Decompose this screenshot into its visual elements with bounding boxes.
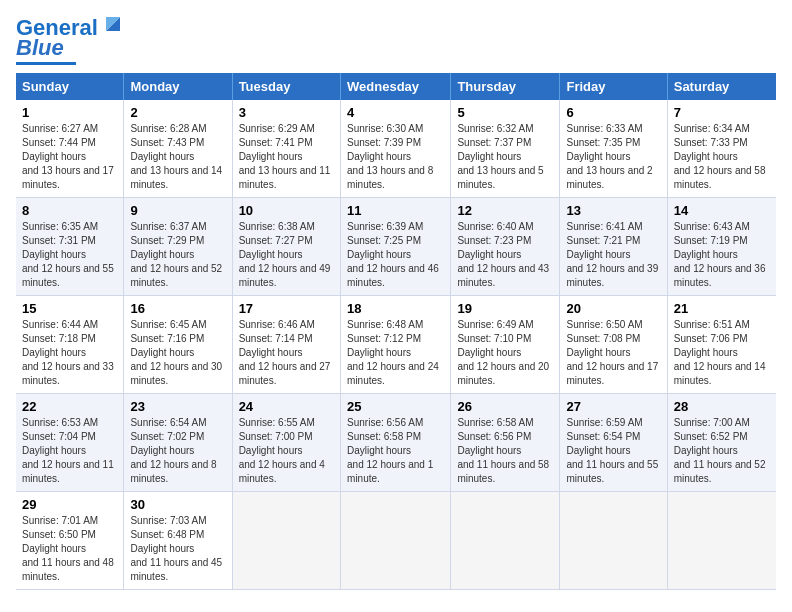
day-info: Sunrise: 6:34 AM Sunset: 7:33 PM Dayligh… bbox=[674, 122, 770, 192]
day-cell: 2 Sunrise: 6:28 AM Sunset: 7:43 PM Dayli… bbox=[124, 100, 232, 198]
day-number: 1 bbox=[22, 105, 117, 120]
day-info: Sunrise: 6:45 AM Sunset: 7:16 PM Dayligh… bbox=[130, 318, 225, 388]
column-header-tuesday: Tuesday bbox=[232, 73, 340, 100]
day-cell: 22 Sunrise: 6:53 AM Sunset: 7:04 PM Dayl… bbox=[16, 394, 124, 492]
day-info: Sunrise: 6:53 AM Sunset: 7:04 PM Dayligh… bbox=[22, 416, 117, 486]
day-cell bbox=[560, 492, 667, 590]
day-cell: 24 Sunrise: 6:55 AM Sunset: 7:00 PM Dayl… bbox=[232, 394, 340, 492]
day-number: 27 bbox=[566, 399, 660, 414]
column-header-sunday: Sunday bbox=[16, 73, 124, 100]
day-cell bbox=[451, 492, 560, 590]
day-cell: 11 Sunrise: 6:39 AM Sunset: 7:25 PM Dayl… bbox=[341, 198, 451, 296]
logo: General Blue bbox=[16, 16, 124, 65]
day-cell: 12 Sunrise: 6:40 AM Sunset: 7:23 PM Dayl… bbox=[451, 198, 560, 296]
day-number: 21 bbox=[674, 301, 770, 316]
day-number: 25 bbox=[347, 399, 444, 414]
week-row-5: 29 Sunrise: 7:01 AM Sunset: 6:50 PM Dayl… bbox=[16, 492, 776, 590]
day-number: 23 bbox=[130, 399, 225, 414]
day-info: Sunrise: 6:59 AM Sunset: 6:54 PM Dayligh… bbox=[566, 416, 660, 486]
day-info: Sunrise: 7:03 AM Sunset: 6:48 PM Dayligh… bbox=[130, 514, 225, 584]
day-cell: 17 Sunrise: 6:46 AM Sunset: 7:14 PM Dayl… bbox=[232, 296, 340, 394]
day-info: Sunrise: 7:00 AM Sunset: 6:52 PM Dayligh… bbox=[674, 416, 770, 486]
day-cell: 14 Sunrise: 6:43 AM Sunset: 7:19 PM Dayl… bbox=[667, 198, 776, 296]
day-info: Sunrise: 6:50 AM Sunset: 7:08 PM Dayligh… bbox=[566, 318, 660, 388]
logo-line bbox=[16, 62, 76, 65]
day-cell: 10 Sunrise: 6:38 AM Sunset: 7:27 PM Dayl… bbox=[232, 198, 340, 296]
day-number: 2 bbox=[130, 105, 225, 120]
day-number: 6 bbox=[566, 105, 660, 120]
day-info: Sunrise: 6:30 AM Sunset: 7:39 PM Dayligh… bbox=[347, 122, 444, 192]
calendar-table: SundayMondayTuesdayWednesdayThursdayFrid… bbox=[16, 73, 776, 590]
day-info: Sunrise: 6:27 AM Sunset: 7:44 PM Dayligh… bbox=[22, 122, 117, 192]
day-info: Sunrise: 6:56 AM Sunset: 6:58 PM Dayligh… bbox=[347, 416, 444, 486]
day-cell: 30 Sunrise: 7:03 AM Sunset: 6:48 PM Dayl… bbox=[124, 492, 232, 590]
column-header-thursday: Thursday bbox=[451, 73, 560, 100]
day-number: 26 bbox=[457, 399, 553, 414]
day-info: Sunrise: 6:41 AM Sunset: 7:21 PM Dayligh… bbox=[566, 220, 660, 290]
day-info: Sunrise: 6:44 AM Sunset: 7:18 PM Dayligh… bbox=[22, 318, 117, 388]
day-number: 13 bbox=[566, 203, 660, 218]
day-info: Sunrise: 6:32 AM Sunset: 7:37 PM Dayligh… bbox=[457, 122, 553, 192]
day-cell: 27 Sunrise: 6:59 AM Sunset: 6:54 PM Dayl… bbox=[560, 394, 667, 492]
day-number: 14 bbox=[674, 203, 770, 218]
day-info: Sunrise: 6:51 AM Sunset: 7:06 PM Dayligh… bbox=[674, 318, 770, 388]
day-cell: 7 Sunrise: 6:34 AM Sunset: 7:33 PM Dayli… bbox=[667, 100, 776, 198]
day-number: 29 bbox=[22, 497, 117, 512]
day-cell: 25 Sunrise: 6:56 AM Sunset: 6:58 PM Dayl… bbox=[341, 394, 451, 492]
day-number: 30 bbox=[130, 497, 225, 512]
day-cell: 8 Sunrise: 6:35 AM Sunset: 7:31 PM Dayli… bbox=[16, 198, 124, 296]
day-number: 7 bbox=[674, 105, 770, 120]
day-cell: 18 Sunrise: 6:48 AM Sunset: 7:12 PM Dayl… bbox=[341, 296, 451, 394]
day-info: Sunrise: 6:40 AM Sunset: 7:23 PM Dayligh… bbox=[457, 220, 553, 290]
day-number: 10 bbox=[239, 203, 334, 218]
day-cell: 21 Sunrise: 6:51 AM Sunset: 7:06 PM Dayl… bbox=[667, 296, 776, 394]
day-cell: 19 Sunrise: 6:49 AM Sunset: 7:10 PM Dayl… bbox=[451, 296, 560, 394]
week-row-2: 8 Sunrise: 6:35 AM Sunset: 7:31 PM Dayli… bbox=[16, 198, 776, 296]
day-info: Sunrise: 6:33 AM Sunset: 7:35 PM Dayligh… bbox=[566, 122, 660, 192]
logo-blue-text: Blue bbox=[16, 36, 64, 60]
page-header: General Blue bbox=[16, 16, 776, 65]
day-cell: 15 Sunrise: 6:44 AM Sunset: 7:18 PM Dayl… bbox=[16, 296, 124, 394]
day-cell bbox=[232, 492, 340, 590]
day-cell: 9 Sunrise: 6:37 AM Sunset: 7:29 PM Dayli… bbox=[124, 198, 232, 296]
column-header-friday: Friday bbox=[560, 73, 667, 100]
day-cell: 20 Sunrise: 6:50 AM Sunset: 7:08 PM Dayl… bbox=[560, 296, 667, 394]
day-number: 16 bbox=[130, 301, 225, 316]
day-info: Sunrise: 6:29 AM Sunset: 7:41 PM Dayligh… bbox=[239, 122, 334, 192]
day-info: Sunrise: 6:46 AM Sunset: 7:14 PM Dayligh… bbox=[239, 318, 334, 388]
day-number: 20 bbox=[566, 301, 660, 316]
day-number: 12 bbox=[457, 203, 553, 218]
day-cell: 4 Sunrise: 6:30 AM Sunset: 7:39 PM Dayli… bbox=[341, 100, 451, 198]
day-cell: 16 Sunrise: 6:45 AM Sunset: 7:16 PM Dayl… bbox=[124, 296, 232, 394]
day-cell: 26 Sunrise: 6:58 AM Sunset: 6:56 PM Dayl… bbox=[451, 394, 560, 492]
day-info: Sunrise: 6:55 AM Sunset: 7:00 PM Dayligh… bbox=[239, 416, 334, 486]
day-info: Sunrise: 7:01 AM Sunset: 6:50 PM Dayligh… bbox=[22, 514, 117, 584]
header-row: SundayMondayTuesdayWednesdayThursdayFrid… bbox=[16, 73, 776, 100]
day-info: Sunrise: 6:48 AM Sunset: 7:12 PM Dayligh… bbox=[347, 318, 444, 388]
day-number: 18 bbox=[347, 301, 444, 316]
day-cell: 28 Sunrise: 7:00 AM Sunset: 6:52 PM Dayl… bbox=[667, 394, 776, 492]
day-cell: 1 Sunrise: 6:27 AM Sunset: 7:44 PM Dayli… bbox=[16, 100, 124, 198]
day-cell: 5 Sunrise: 6:32 AM Sunset: 7:37 PM Dayli… bbox=[451, 100, 560, 198]
day-info: Sunrise: 6:58 AM Sunset: 6:56 PM Dayligh… bbox=[457, 416, 553, 486]
day-cell: 13 Sunrise: 6:41 AM Sunset: 7:21 PM Dayl… bbox=[560, 198, 667, 296]
day-number: 3 bbox=[239, 105, 334, 120]
day-number: 17 bbox=[239, 301, 334, 316]
day-number: 4 bbox=[347, 105, 444, 120]
day-info: Sunrise: 6:49 AM Sunset: 7:10 PM Dayligh… bbox=[457, 318, 553, 388]
day-number: 8 bbox=[22, 203, 117, 218]
day-info: Sunrise: 6:54 AM Sunset: 7:02 PM Dayligh… bbox=[130, 416, 225, 486]
day-number: 19 bbox=[457, 301, 553, 316]
day-cell bbox=[667, 492, 776, 590]
day-number: 9 bbox=[130, 203, 225, 218]
column-header-wednesday: Wednesday bbox=[341, 73, 451, 100]
day-cell bbox=[341, 492, 451, 590]
day-cell: 6 Sunrise: 6:33 AM Sunset: 7:35 PM Dayli… bbox=[560, 100, 667, 198]
day-number: 24 bbox=[239, 399, 334, 414]
day-info: Sunrise: 6:43 AM Sunset: 7:19 PM Dayligh… bbox=[674, 220, 770, 290]
day-number: 11 bbox=[347, 203, 444, 218]
day-number: 22 bbox=[22, 399, 117, 414]
week-row-4: 22 Sunrise: 6:53 AM Sunset: 7:04 PM Dayl… bbox=[16, 394, 776, 492]
column-header-monday: Monday bbox=[124, 73, 232, 100]
day-number: 15 bbox=[22, 301, 117, 316]
